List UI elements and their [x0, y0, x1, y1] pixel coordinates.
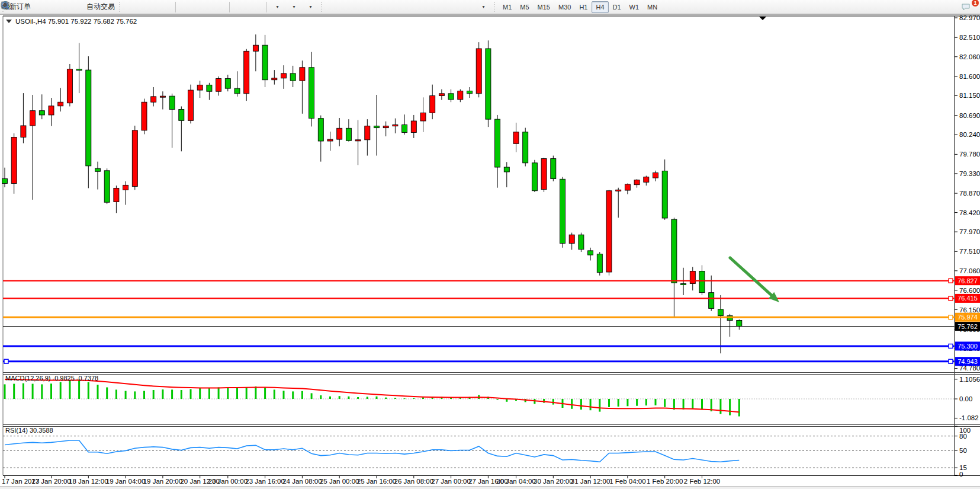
- text-button[interactable]: A: [442, 1, 458, 14]
- price-tick-label: 77.970: [959, 228, 980, 235]
- macd-histogram-bar: [543, 399, 545, 403]
- candle: [2, 179, 8, 184]
- candle: [513, 132, 519, 143]
- timeframe-button-m15[interactable]: M15: [534, 1, 554, 13]
- timeframe-button-w1[interactable]: W1: [625, 1, 644, 13]
- vertical-line-button[interactable]: [359, 1, 375, 14]
- chat-button[interactable]: 1: [960, 1, 976, 14]
- time-tick-label: 30 Jan 04:00: [496, 478, 536, 485]
- time-tick-label: 30 Jan 20:00: [534, 478, 573, 485]
- price-level-badge-label: 76.415: [957, 295, 978, 302]
- autotrade-label: 自动交易: [86, 2, 115, 12]
- cursor-button[interactable]: [326, 1, 342, 14]
- macd-histogram-bar: [78, 380, 80, 399]
- signal-button[interactable]: [66, 1, 83, 14]
- horizontal-line-button[interactable]: [375, 1, 392, 14]
- timeframe-button-mn[interactable]: MN: [643, 1, 661, 13]
- zoom-in-button[interactable]: [178, 1, 194, 14]
- macd-histogram-bar: [292, 391, 294, 399]
- candle: [551, 159, 556, 179]
- market-watch-button[interactable]: [50, 1, 66, 14]
- timeframe-button-h1[interactable]: H1: [575, 1, 592, 13]
- line-handle[interactable]: [4, 359, 8, 363]
- template-button[interactable]: ▾: [302, 1, 319, 14]
- period-button[interactable]: ▾: [285, 1, 302, 14]
- toolbar-group-zoom: [178, 1, 227, 14]
- auto-scroll-button[interactable]: [232, 1, 248, 14]
- chart-shift-button[interactable]: [248, 1, 265, 14]
- macd-histogram-bar: [385, 398, 387, 399]
- chevron-down-icon[interactable]: ▾: [293, 4, 295, 9]
- label-button[interactable]: T: [458, 1, 475, 14]
- macd-histogram-bar: [181, 390, 182, 399]
- line-handle[interactable]: [949, 359, 953, 363]
- tile-windows-button[interactable]: [211, 1, 227, 14]
- price-tick-label: 76.150: [959, 306, 980, 314]
- timeframe-button-h4[interactable]: H4: [592, 1, 608, 13]
- chevron-down-icon[interactable]: ▾: [482, 4, 484, 9]
- notification-badge[interactable]: 1: [971, 0, 979, 7]
- toolbar-group-chart-type: [124, 1, 173, 14]
- candle: [476, 49, 481, 94]
- arrows-button[interactable]: ▾: [475, 1, 491, 14]
- new-chart-button[interactable]: ▾: [269, 1, 285, 14]
- toolbar-group-timeframes: M1M5M15M30H1H4D1W1MN: [499, 1, 661, 13]
- time-tick-label: 25 Jan 16:00: [357, 478, 397, 485]
- line-handle[interactable]: [949, 296, 953, 301]
- candle: [234, 88, 240, 94]
- timeframe-button-m1[interactable]: M1: [499, 1, 516, 13]
- candle: [76, 69, 82, 71]
- macd-histogram-bar: [376, 397, 378, 399]
- timeframe-button-d1[interactable]: D1: [609, 1, 625, 13]
- macd-histogram-bar: [106, 388, 108, 399]
- bar-chart-button[interactable]: [124, 1, 140, 14]
- rsi-tick-label: 50: [959, 447, 967, 454]
- time-tick-label: 18 Jan 12:00: [69, 478, 108, 485]
- toolbar-separator: [229, 2, 230, 12]
- channel-button[interactable]: E: [409, 1, 425, 14]
- candle: [690, 271, 695, 284]
- time-tick-label: 19 Jan 04:00: [106, 478, 146, 485]
- candle: [495, 119, 500, 167]
- rsi-tick-label: 0: [959, 471, 963, 478]
- candle: [625, 184, 630, 190]
- candle: [114, 188, 119, 202]
- macd-histogram-bar: [367, 397, 368, 399]
- chart-canvas[interactable]: 82.97082.51082.06081.60081.15080.69080.2…: [0, 0, 980, 489]
- candle: [737, 321, 742, 327]
- price-tick-label: 81.150: [959, 92, 980, 99]
- line-chart-button[interactable]: [157, 1, 173, 14]
- candlestick-chart-button[interactable]: [140, 1, 157, 14]
- line-handle[interactable]: [949, 279, 953, 283]
- macd-histogram-bar: [115, 389, 117, 399]
- new-order-diamond-button[interactable]: [33, 1, 50, 14]
- macd-tick-label: 1.1056: [959, 376, 980, 383]
- macd-histogram-bar: [618, 399, 619, 407]
- search-button[interactable]: [943, 1, 960, 14]
- crosshair-button[interactable]: [342, 1, 359, 14]
- candle: [420, 113, 426, 121]
- fibonacci-button[interactable]: F: [425, 1, 442, 14]
- candle: [439, 94, 444, 96]
- autotrade-button[interactable]: 自动交易: [83, 1, 117, 14]
- timeframe-button-m5[interactable]: M5: [516, 1, 533, 13]
- macd-histogram-bar: [645, 399, 647, 405]
- main-toolbar: 新订单 自动交易 ▾▾▾ EFAT▾ M1M5M15M30H1H4D1W1MN …: [0, 0, 980, 14]
- price-tick-label: 80.240: [959, 131, 980, 138]
- trendline-button[interactable]: [392, 1, 409, 14]
- candle: [653, 172, 658, 178]
- new-order-button[interactable]: 新订单: [7, 1, 33, 14]
- macd-histogram-bar: [664, 399, 666, 407]
- macd-histogram-bar: [729, 399, 731, 416]
- macd-histogram-bar: [88, 382, 89, 399]
- chart-title: USOil-,H4 75.901 75.922 75.682 75.762: [15, 18, 137, 25]
- macd-histogram-bar: [227, 387, 229, 399]
- zoom-out-button[interactable]: [194, 1, 211, 14]
- candle: [86, 70, 91, 166]
- line-handle[interactable]: [949, 344, 953, 348]
- line-handle[interactable]: [949, 315, 953, 319]
- timeframe-button-m30[interactable]: M30: [554, 1, 575, 13]
- candle: [383, 126, 388, 128]
- chevron-down-icon[interactable]: ▾: [309, 4, 311, 9]
- chevron-down-icon[interactable]: ▾: [276, 4, 278, 9]
